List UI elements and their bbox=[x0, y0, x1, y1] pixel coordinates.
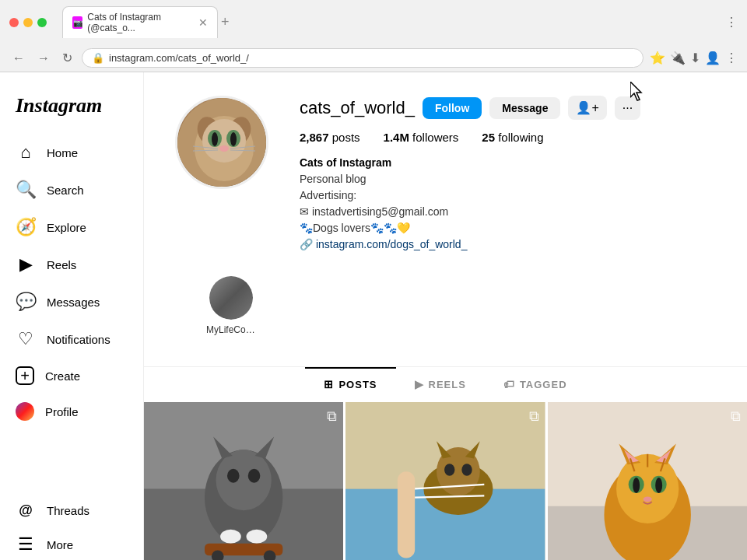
tab-posts[interactable]: ⊞ POSTS bbox=[305, 367, 395, 400]
account-icon[interactable]: 👤 bbox=[705, 51, 721, 65]
browser-more-icon[interactable]: ⋮ bbox=[725, 51, 738, 65]
following-count: 25 bbox=[482, 131, 495, 144]
post-item[interactable]: ⧉ bbox=[144, 402, 343, 560]
add-person-button[interactable]: 👤+ bbox=[568, 96, 606, 120]
new-tab-button[interactable]: + bbox=[221, 14, 230, 30]
profile-username: cats_of_world_ bbox=[300, 98, 415, 118]
profile-avatar-wrap bbox=[175, 96, 268, 253]
browser-chrome: 📷 Cats of Instagram (@cats_o... ✕ + ⋮ ← … bbox=[0, 0, 747, 72]
posts-count: 2,867 bbox=[300, 131, 329, 144]
svg-point-7 bbox=[212, 132, 218, 146]
back-button[interactable]: ← bbox=[9, 48, 28, 68]
minimize-window-button[interactable] bbox=[23, 18, 33, 27]
svg-point-20 bbox=[227, 469, 240, 483]
app-layout: Instagram ⌂ Home 🔍 Search 🧭 Explore ▶ Re… bbox=[0, 72, 747, 560]
story-label: MyLifeCont... bbox=[206, 324, 256, 335]
sidebar-bottom: @ Threads ☰ More bbox=[6, 495, 137, 560]
bio-line1: Advertising: bbox=[300, 187, 716, 204]
sidebar-item-create[interactable]: + Create bbox=[6, 359, 137, 393]
profile-section: cats_of_world_ Follow Message 👤+ ··· 2,8… bbox=[144, 72, 747, 366]
main-content: cats_of_world_ Follow Message 👤+ ··· 2,8… bbox=[144, 72, 747, 560]
bio-line2: 🐾Dogs lovers🐾🐾💛 bbox=[300, 220, 716, 236]
tab-title: Cats of Instagram (@cats_o... bbox=[87, 12, 191, 33]
posts-tab-icon: ⊞ bbox=[324, 378, 334, 390]
sidebar-item-search[interactable]: 🔍 Search bbox=[6, 172, 137, 208]
address-bar[interactable]: 🔒 instagram.com/cats_of_world_/ bbox=[82, 48, 644, 68]
post-item[interactable]: ⧉ bbox=[548, 402, 747, 560]
messages-icon: 💬 bbox=[16, 292, 36, 312]
sidebar-item-notifications[interactable]: ♡ Notifications bbox=[6, 321, 137, 357]
svg-point-35 bbox=[444, 464, 454, 476]
profile-avatar bbox=[175, 96, 268, 189]
browser-menu-icon[interactable]: ⋮ bbox=[725, 15, 738, 30]
svg-point-49 bbox=[633, 478, 640, 493]
reels-tab-label: REELS bbox=[429, 379, 466, 390]
tab-reels[interactable]: ▶ REELS bbox=[396, 367, 485, 400]
bio-link-row: 🔗 instagram.com/dogs_of_world_ bbox=[300, 236, 716, 253]
posts-grid: ⧉ bbox=[144, 400, 747, 560]
bio-name: Cats of Instagram bbox=[300, 155, 716, 171]
bio-link-icon: 🔗 bbox=[300, 238, 313, 250]
threads-icon: @ bbox=[16, 502, 36, 519]
stories-row: MyLifeCont... bbox=[175, 268, 716, 351]
sidebar-item-reels[interactable]: ▶ Reels bbox=[6, 247, 137, 282]
sidebar-item-profile[interactable]: Profile bbox=[6, 394, 137, 429]
followers-stat[interactable]: 1.4M followers bbox=[384, 131, 459, 144]
profile-stats: 2,867 posts 1.4M followers 25 following bbox=[300, 131, 716, 144]
home-icon: ⌂ bbox=[16, 142, 36, 163]
message-button[interactable]: Message bbox=[489, 97, 560, 119]
svg-point-8 bbox=[230, 132, 237, 146]
followers-count: 1.4M bbox=[384, 131, 409, 144]
post-media-icon: ⧉ bbox=[731, 408, 741, 425]
sidebar-create-label: Create bbox=[45, 369, 80, 383]
profile-header: cats_of_world_ Follow Message 👤+ ··· 2,8… bbox=[175, 96, 716, 253]
sidebar-item-more[interactable]: ☰ More bbox=[6, 527, 137, 560]
create-icon: + bbox=[16, 366, 34, 385]
following-stat[interactable]: 25 following bbox=[482, 131, 543, 144]
sidebar-search-label: Search bbox=[47, 184, 84, 197]
download-icon[interactable]: ⬇ bbox=[690, 51, 700, 65]
post-media-icon: ⧉ bbox=[529, 408, 539, 425]
sidebar: Instagram ⌂ Home 🔍 Search 🧭 Explore ▶ Re… bbox=[0, 72, 144, 560]
active-tab[interactable]: 📷 Cats of Instagram (@cats_o... ✕ bbox=[62, 6, 218, 38]
search-icon: 🔍 bbox=[16, 180, 36, 200]
sidebar-more-label: More bbox=[47, 538, 73, 551]
more-options-button[interactable]: ··· bbox=[615, 96, 640, 120]
forward-button[interactable]: → bbox=[34, 48, 53, 68]
explore-icon: 🧭 bbox=[16, 217, 36, 237]
post-media-icon: ⧉ bbox=[327, 408, 337, 425]
posts-tabs: ⊞ POSTS ▶ REELS 🏷 TAGGED bbox=[144, 366, 747, 400]
maximize-window-button[interactable] bbox=[37, 18, 47, 27]
tab-close-button[interactable]: ✕ bbox=[198, 16, 208, 29]
toolbar-icons: ⭐ 🔌 ⬇ 👤 ⋮ bbox=[650, 51, 738, 65]
sidebar-item-home[interactable]: ⌂ Home bbox=[6, 135, 137, 170]
follow-button[interactable]: Follow bbox=[423, 97, 482, 119]
sidebar-item-messages[interactable]: 💬 Messages bbox=[6, 284, 137, 320]
sidebar-item-threads[interactable]: @ Threads bbox=[6, 495, 137, 527]
bookmark-icon[interactable]: ⭐ bbox=[650, 51, 665, 65]
sidebar-item-explore[interactable]: 🧭 Explore bbox=[6, 209, 137, 245]
sidebar-messages-label: Messages bbox=[47, 296, 100, 309]
posts-stat: 2,867 posts bbox=[300, 131, 360, 144]
profile-avatar-image bbox=[177, 98, 266, 187]
refresh-button[interactable]: ↻ bbox=[59, 47, 75, 68]
tab-tagged[interactable]: 🏷 TAGGED bbox=[485, 367, 586, 400]
svg-point-36 bbox=[462, 464, 472, 476]
svg-point-22 bbox=[220, 530, 241, 544]
following-label: following bbox=[498, 131, 543, 144]
svg-point-9 bbox=[219, 145, 229, 152]
svg-point-50 bbox=[655, 478, 662, 493]
story-item[interactable]: MyLifeCont... bbox=[206, 276, 256, 335]
browser-titlebar: 📷 Cats of Instagram (@cats_o... ✕ + ⋮ bbox=[0, 0, 747, 44]
address-text: instagram.com/cats_of_world_/ bbox=[109, 52, 633, 64]
bio-link[interactable]: instagram.com/dogs_of_world_ bbox=[316, 238, 468, 250]
bio-email: ✉ instadvertising5@gmail.com bbox=[300, 204, 716, 220]
more-icon: ☰ bbox=[16, 534, 36, 555]
post-item[interactable]: ⧉ bbox=[345, 402, 545, 560]
extensions-icon[interactable]: 🔌 bbox=[670, 51, 686, 65]
posts-label: posts bbox=[332, 131, 360, 144]
window-controls bbox=[9, 18, 47, 27]
sidebar-explore-label: Explore bbox=[47, 221, 86, 234]
followers-label: followers bbox=[412, 131, 458, 144]
close-window-button[interactable] bbox=[9, 18, 19, 27]
